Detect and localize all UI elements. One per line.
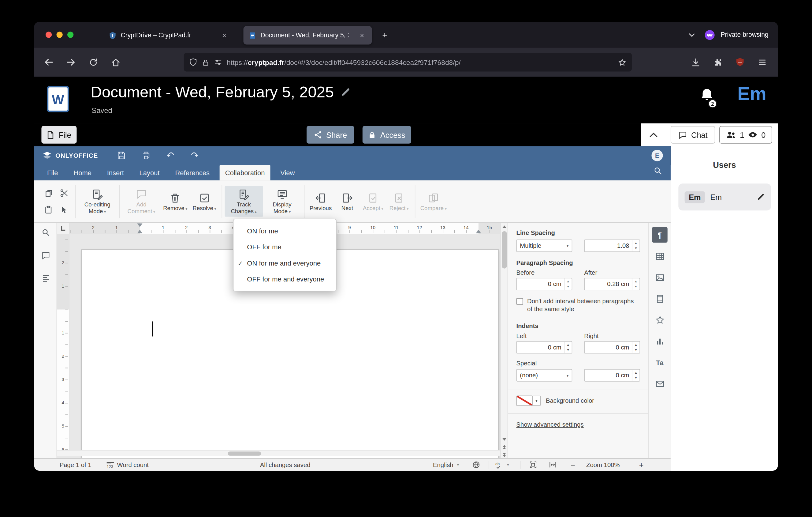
forward-button[interactable] [63,54,79,71]
menu-item-off-for-me[interactable]: OFF for me [233,239,336,255]
track-changes-button[interactable]: Track Changes▴ [225,186,263,217]
url-bar[interactable]: https://cryptpad.fr/doc/#/3/doc/edit/ff0… [184,53,632,72]
tab-stop-selector[interactable] [57,223,69,234]
tab-close-icon[interactable]: × [220,31,229,39]
vertical-scrollbar[interactable] [500,223,508,458]
zoom-out-button[interactable]: − [571,459,575,471]
tab-references[interactable]: References [170,165,215,181]
tracking-protection-shield-icon[interactable] [189,58,197,66]
interval-checkbox-label[interactable]: Don't add interval between paragraphs of… [527,298,635,313]
right-indent-marker[interactable] [476,230,481,234]
vertical-scroll-thumb[interactable] [502,231,507,269]
list-tabs-chevron-icon[interactable] [685,28,698,42]
next-page-button[interactable] [501,451,508,459]
editor-user-avatar[interactable]: E [651,150,663,161]
comments-panel-icon[interactable] [38,248,53,262]
connection-lock-icon[interactable] [202,58,209,66]
page-indicator[interactable]: Page 1 of 1 [60,459,91,471]
previous-change-button[interactable]: Previous [307,190,334,213]
spellcheck-toggle[interactable]: ab ▾ [495,459,509,471]
v-ruler[interactable]: 21123456 [57,234,69,450]
menu-item-off-for-everyone[interactable]: OFF for me and everyone [233,271,336,287]
chart-settings-icon[interactable] [652,333,668,349]
indent-right-input[interactable]: 0 cm ▴▾ [584,341,640,354]
share-button[interactable]: Share [307,126,354,144]
menu-item-on-for-me[interactable]: ON for me [233,223,336,239]
background-color-swatch[interactable] [517,396,533,406]
fit-to-page-button[interactable] [529,459,537,471]
bookmark-star-icon[interactable] [618,58,627,67]
spinner-arrows-icon[interactable]: ▴▾ [632,370,639,381]
line-spacing-amount-input[interactable]: 1.08 ▴▾ [584,240,640,252]
tab-cryptdrive[interactable]: CryptDrive – CryptPad.fr × [104,26,234,45]
left-indent-marker[interactable] [137,230,143,234]
spacing-after-input[interactable]: 0.28 cm ▴▾ [584,278,640,290]
special-indent-select[interactable]: (none)▾ [517,369,573,382]
participants-box[interactable]: 1 0 [719,126,772,144]
tab-insert[interactable]: Insert [101,165,129,181]
special-indent-amount-input[interactable]: 0 cm ▴▾ [584,369,640,382]
first-line-indent-marker[interactable] [137,224,143,227]
navigation-headings-icon[interactable] [38,271,53,285]
onlyoffice-logo[interactable]: ONLYOFFICE [42,151,98,160]
background-color-dropdown-icon[interactable]: ▾ [533,396,541,406]
chat-button[interactable]: Chat [671,126,715,144]
tab-file[interactable]: File [41,165,64,181]
image-settings-icon[interactable] [652,270,668,285]
extensions-puzzle-icon[interactable] [709,54,726,71]
zoom-in-button[interactable]: + [639,459,644,471]
spinner-arrows-icon[interactable]: ▴▾ [632,240,639,251]
paste-icon[interactable] [44,205,53,214]
spinner-arrows-icon[interactable]: ▴▾ [632,342,639,353]
display-mode-button[interactable]: Display Mode▾ [263,186,301,217]
header-footer-settings-icon[interactable] [652,291,668,306]
save-button[interactable] [114,149,128,162]
indent-left-input[interactable]: 0 cm ▴▾ [517,341,573,354]
remove-comment-button[interactable]: Remove▾ [161,190,190,214]
horizontal-scrollbar[interactable] [57,450,500,456]
scroll-up-arrow-icon[interactable] [501,223,508,230]
downloads-button[interactable] [687,54,704,71]
edit-user-name-pencil-icon[interactable] [757,193,765,201]
copy-icon[interactable] [44,189,53,197]
reload-button[interactable] [85,54,102,71]
spinner-arrows-icon[interactable]: ▴▾ [564,342,572,353]
ublock-origin-icon[interactable] [732,54,748,71]
horizontal-scroll-thumb[interactable] [228,452,261,456]
resolve-button[interactable]: Resolve▾ [190,190,219,214]
fit-to-width-button[interactable] [549,459,556,471]
spacing-before-input[interactable]: 0 cm ▴▾ [517,278,573,290]
user-list-item[interactable]: Em Em [678,184,771,211]
tab-document[interactable]: Document - Wed, February 5, 2 × [243,26,372,45]
spinner-arrows-icon[interactable]: ▴▾ [632,278,639,290]
find-icon[interactable] [38,225,53,240]
table-settings-icon[interactable] [652,248,668,264]
language-selector[interactable]: English▾ [433,459,459,471]
menu-hamburger-icon[interactable] [754,54,771,71]
spinner-arrows-icon[interactable]: ▴▾ [564,278,572,290]
access-button[interactable]: Access [362,126,411,144]
tab-layout[interactable]: Layout [134,165,165,181]
traffic-lights[interactable] [46,31,74,38]
print-button[interactable] [139,149,153,162]
mail-merge-settings-icon[interactable] [652,376,668,391]
tab-close-icon[interactable]: × [357,31,367,39]
maximize-window-button[interactable] [67,31,74,38]
show-advanced-settings-link[interactable]: Show advanced settings [517,421,584,428]
text-art-settings-icon[interactable]: Ta [652,355,668,370]
redo-button[interactable]: ↷ [188,149,201,162]
word-count-button[interactable]: 123 Word count [106,459,149,471]
select-all-icon[interactable] [59,205,68,214]
minimize-window-button[interactable] [56,31,62,38]
close-window-button[interactable] [46,31,52,38]
line-spacing-select[interactable]: Multiple▾ [517,240,573,252]
tab-view[interactable]: View [275,165,301,181]
back-button[interactable] [40,54,57,71]
scroll-down-arrow-icon[interactable] [501,436,508,443]
menu-item-on-for-everyone[interactable]: ✓ ON for me and everyone [233,255,336,271]
collapse-toolbar-chevron-icon[interactable] [646,128,661,141]
url-text[interactable]: https://cryptpad.fr/doc/#/3/doc/edit/ff0… [227,58,613,66]
file-button[interactable]: File [41,126,77,144]
paragraph-settings-icon[interactable]: ¶ [652,227,668,243]
tab-collaboration[interactable]: Collaboration [220,165,270,181]
